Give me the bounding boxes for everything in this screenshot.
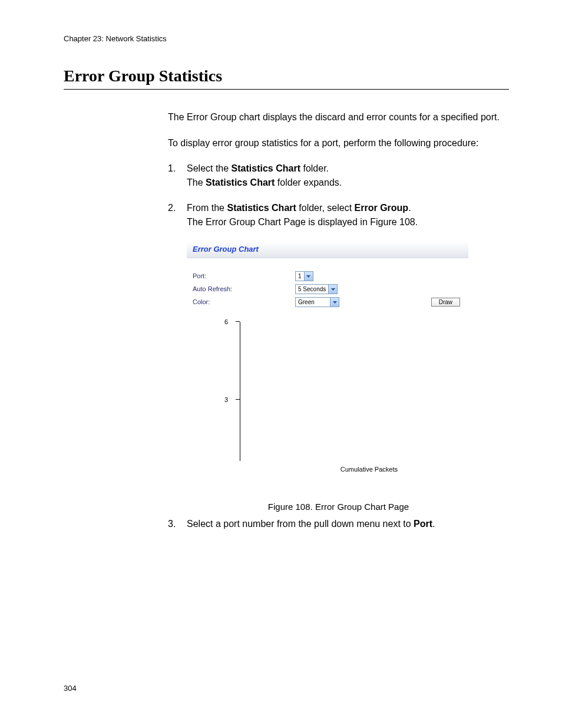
auto-refresh-value: 5 Seconds	[296, 285, 328, 294]
color-label: Color:	[193, 298, 295, 307]
bold-text: Port	[414, 519, 432, 529]
chart-tick	[236, 321, 240, 322]
chart: 6 3 Cumulative Packets	[193, 319, 462, 473]
bold-text: Error Group	[355, 203, 409, 213]
step-1: 1. Select the Statistics Chart folder. T…	[168, 162, 509, 189]
step-number: 1.	[168, 162, 181, 189]
text: From the	[187, 203, 227, 213]
text: .	[432, 519, 435, 529]
text: Select a port number from the pull down …	[187, 519, 414, 529]
auto-refresh-label: Auto Refresh:	[193, 285, 295, 294]
chevron-down-icon	[328, 285, 337, 294]
figure-caption: Figure 108. Error Group Chart Page	[168, 501, 509, 513]
step-3: 3. Select a port number from the pull do…	[168, 518, 509, 531]
color-select-value: Green	[296, 298, 330, 307]
color-select[interactable]: Green	[295, 297, 339, 307]
svg-marker-1	[331, 288, 335, 291]
text: Select the	[187, 163, 232, 173]
text: folder, select	[296, 203, 355, 213]
svg-marker-0	[306, 275, 310, 278]
step-2: 2. From the Statistics Chart folder, sel…	[168, 202, 509, 228]
text: folder expands.	[275, 177, 342, 187]
auto-refresh-select[interactable]: 5 Seconds	[295, 284, 338, 294]
step-number: 2.	[168, 202, 181, 228]
figure-panel-header: Error Group Chart	[187, 242, 468, 258]
text: folder.	[300, 163, 329, 173]
chapter-header: Chapter 23: Network Statistics	[64, 34, 509, 43]
text: The Error Group Chart Page is displayed …	[187, 216, 509, 229]
body-content: The Error Group chart displays the disca…	[168, 111, 509, 530]
chart-y-axis	[240, 322, 240, 461]
chart-tick	[236, 399, 240, 400]
chart-y-tick-label: 3	[224, 396, 228, 404]
text: The	[187, 177, 206, 187]
port-select[interactable]: 1	[295, 271, 313, 281]
chart-y-tick-label: 6	[224, 318, 228, 327]
procedure-paragraph: To display error group statistics for a …	[168, 137, 509, 150]
draw-button[interactable]: Draw	[431, 298, 460, 307]
step-number: 3.	[168, 518, 181, 531]
chevron-down-icon	[330, 298, 339, 307]
figure-panel-title: Error Group Chart	[193, 244, 259, 255]
svg-marker-2	[333, 301, 337, 304]
figure-screenshot: Error Group Chart Port: 1 Auto Refresh:	[187, 242, 468, 477]
bold-text: Statistics Chart	[206, 177, 275, 187]
text: .	[408, 203, 411, 213]
chart-x-label: Cumulative Packets	[340, 465, 398, 474]
intro-paragraph: The Error Group chart displays the disca…	[168, 111, 509, 124]
chevron-down-icon	[304, 272, 313, 281]
port-select-value: 1	[296, 272, 304, 281]
port-label: Port:	[193, 272, 295, 281]
section-title: Error Group Statistics	[64, 67, 509, 90]
bold-text: Statistics Chart	[227, 203, 296, 213]
page-number: 304	[64, 684, 77, 693]
bold-text: Statistics Chart	[232, 163, 300, 173]
